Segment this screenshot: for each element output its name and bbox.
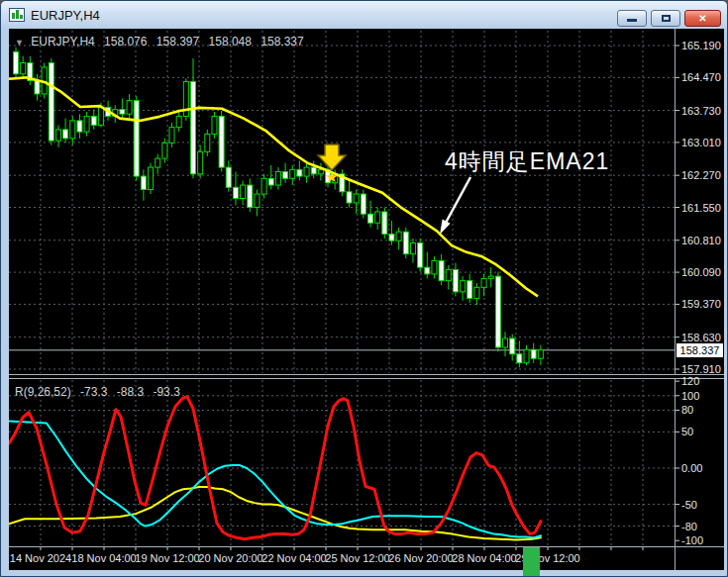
titlebar[interactable]: EURJPY,H4 ✕ [1, 1, 727, 29]
header-close: 158.337 [260, 35, 303, 48]
indicator-label: R(9,26,52) -73.3 -88.3 -93.3 [15, 385, 186, 399]
close-icon: ✕ [698, 13, 706, 24]
indicator-value-3: -93.3 [153, 385, 179, 399]
indicator-value-2: -88.3 [117, 385, 144, 399]
window-title: EURJPY,H4 [31, 8, 100, 23]
header-low: 158.048 [209, 35, 252, 48]
header-symbol: EURJPY,H4 [31, 35, 94, 48]
mt4-chart-window: ★ ▼ EURJPY,H4 158.076 158.397 158.048 15… [0, 0, 728, 577]
restore-icon [662, 15, 671, 22]
star-icon: ★ [325, 168, 338, 185]
header-high: 158.397 [156, 35, 199, 48]
chart-icon [9, 8, 25, 22]
ema-annotation-text: 4時間足EMA21 [445, 146, 609, 177]
indicator-value-1: -73.3 [80, 385, 107, 399]
current-price-tag: 158.337 [676, 343, 723, 357]
indicator-name: R(9,26,52) [15, 385, 71, 399]
chart-quote-header: ▼ EURJPY,H4 158.076 158.397 158.048 158.… [15, 35, 310, 48]
minimize-button[interactable] [617, 10, 647, 27]
close-button[interactable]: ✕ [684, 10, 721, 27]
restore-button[interactable] [651, 10, 680, 27]
white-arrow-icon [440, 177, 470, 235]
yellow-down-arrow-icon: ★ [318, 144, 346, 185]
annotation-overlay: ★ [9, 29, 724, 570]
chevron-down-icon[interactable]: ▼ [15, 38, 24, 48]
header-open: 158.076 [104, 35, 147, 48]
minimize-icon [627, 19, 637, 22]
green-highlight-marker [523, 547, 540, 577]
